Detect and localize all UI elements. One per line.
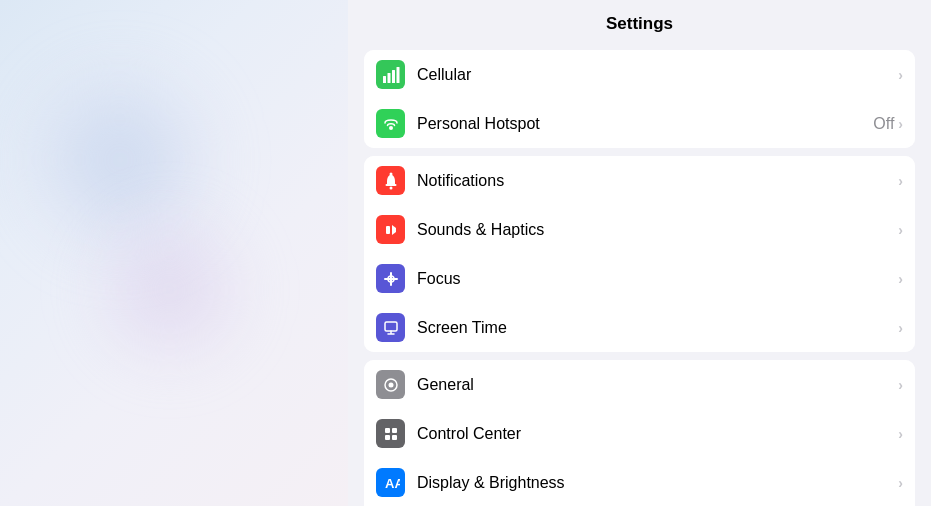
notifications-icon — [376, 166, 405, 195]
general-icon — [376, 370, 405, 399]
notifications-label: Notifications — [417, 172, 898, 190]
display-chevron: › — [898, 475, 903, 491]
svg-rect-13 — [385, 428, 390, 433]
display-brightness-item[interactable]: AA Display & Brightness › — [364, 458, 915, 506]
cellular-icon — [376, 60, 405, 89]
settings-panel: Settings Cellular › — [348, 0, 931, 506]
hotspot-value: Off — [873, 115, 894, 133]
cellular-chevron: › — [898, 67, 903, 83]
screentime-chevron: › — [898, 320, 903, 336]
general-label: General — [417, 376, 898, 394]
svg-rect-14 — [392, 428, 397, 433]
settings-group-notifications: Notifications › Sounds & Haptics › — [364, 156, 915, 352]
personal-hotspot-item[interactable]: Personal Hotspot Off › — [364, 99, 915, 148]
general-chevron: › — [898, 377, 903, 393]
control-center-item[interactable]: Control Center › — [364, 409, 915, 458]
svg-rect-15 — [385, 435, 390, 440]
sounds-label: Sounds & Haptics — [417, 221, 898, 239]
focus-icon — [376, 264, 405, 293]
focus-label: Focus — [417, 270, 898, 288]
control-center-label: Control Center — [417, 425, 898, 443]
settings-group-general: General › Control Center › — [364, 360, 915, 506]
svg-rect-16 — [392, 435, 397, 440]
screen-time-item[interactable]: Screen Time › — [364, 303, 915, 352]
screentime-icon — [376, 313, 405, 342]
sounds-icon — [376, 215, 405, 244]
left-background-panel — [0, 0, 348, 506]
page-title: Settings — [364, 14, 915, 34]
settings-header: Settings — [348, 0, 931, 42]
svg-rect-0 — [383, 76, 386, 83]
svg-rect-10 — [385, 322, 397, 331]
settings-content: Cellular › Personal Hotspot Off › — [348, 42, 931, 506]
hotspot-chevron: › — [898, 116, 903, 132]
svg-point-7 — [389, 172, 392, 175]
svg-point-6 — [389, 186, 392, 189]
svg-rect-1 — [387, 73, 390, 83]
focus-chevron: › — [898, 271, 903, 287]
notifications-chevron: › — [898, 173, 903, 189]
svg-text:AA: AA — [385, 476, 400, 491]
hotspot-icon — [376, 109, 405, 138]
display-label: Display & Brightness — [417, 474, 898, 492]
svg-point-12 — [388, 382, 393, 387]
sounds-haptics-item[interactable]: Sounds & Haptics › — [364, 205, 915, 254]
svg-rect-2 — [392, 70, 395, 83]
svg-rect-5 — [385, 184, 396, 186]
cellular-label: Cellular — [417, 66, 898, 84]
cellular-item[interactable]: Cellular › — [364, 50, 915, 99]
control-center-chevron: › — [898, 426, 903, 442]
svg-point-4 — [389, 126, 393, 130]
focus-item[interactable]: Focus › — [364, 254, 915, 303]
control-center-icon — [376, 419, 405, 448]
general-item[interactable]: General › — [364, 360, 915, 409]
screentime-label: Screen Time — [417, 319, 898, 337]
sounds-chevron: › — [898, 222, 903, 238]
notifications-item[interactable]: Notifications › — [364, 156, 915, 205]
settings-group-network: Cellular › Personal Hotspot Off › — [364, 50, 915, 148]
hotspot-label: Personal Hotspot — [417, 115, 873, 133]
svg-rect-8 — [386, 226, 390, 234]
display-icon: AA — [376, 468, 405, 497]
svg-rect-3 — [396, 67, 399, 83]
